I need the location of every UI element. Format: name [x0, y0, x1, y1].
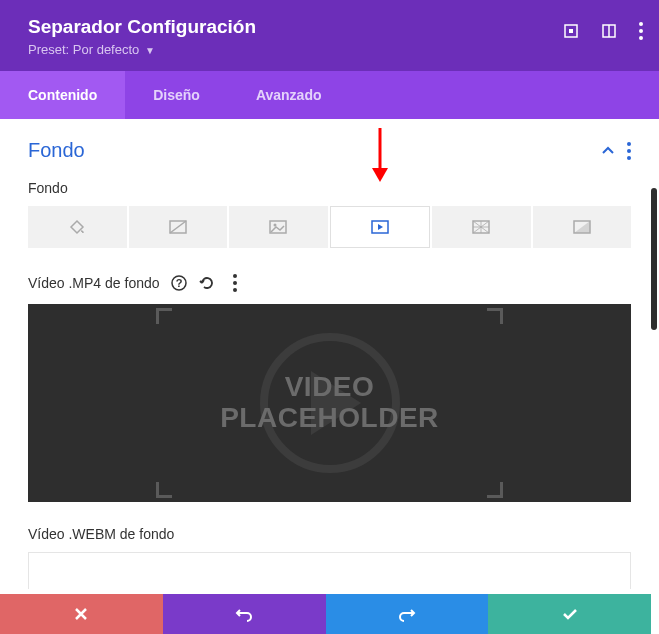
video-webm-input[interactable]: [28, 552, 631, 589]
bracket-tr: [487, 308, 503, 324]
svg-rect-1: [569, 29, 573, 33]
placeholder-line2: PLACEHOLDER: [220, 403, 439, 434]
bg-tab-image[interactable]: [229, 206, 328, 248]
placeholder-line1: VIDEO: [220, 372, 439, 403]
image-icon: [269, 220, 287, 234]
video-preview[interactable]: VIDEO PLACEHOLDER: [28, 304, 631, 502]
svg-point-7: [274, 224, 277, 227]
mask-icon: [573, 220, 591, 234]
reset-button[interactable]: [196, 272, 218, 294]
dots-icon: [233, 274, 237, 292]
bracket-tl: [156, 308, 172, 324]
caret-down-icon: ▼: [145, 45, 155, 56]
section-menu-icon[interactable]: [627, 142, 631, 160]
footer-actions: [0, 594, 651, 634]
tab-content[interactable]: Contenido: [0, 71, 125, 119]
main-tabs: Contenido Diseño Avanzado: [0, 71, 659, 119]
reset-icon: [199, 275, 215, 291]
collapse-icon[interactable]: [601, 144, 615, 158]
content-panel: Fondo Fondo Vídeo .MP4 de fondo: [0, 119, 659, 589]
kebab-menu-icon[interactable]: [639, 22, 643, 40]
preset-selector[interactable]: Preset: Por defecto ▼: [28, 42, 631, 57]
help-icon: ?: [171, 275, 187, 291]
video-icon: [371, 220, 389, 234]
section-title: Fondo: [28, 139, 85, 162]
video-mp4-label: Vídeo .MP4 de fondo: [28, 275, 160, 291]
pattern-icon: [472, 220, 490, 234]
video-webm-label: Vídeo .WEBM de fondo: [28, 526, 631, 542]
tab-design[interactable]: Diseño: [125, 71, 228, 119]
undo-button[interactable]: [163, 594, 326, 634]
confirm-button[interactable]: [488, 594, 651, 634]
option-menu-button[interactable]: [224, 272, 246, 294]
preset-value: Por defecto: [73, 42, 140, 57]
cancel-button[interactable]: [0, 594, 163, 634]
redo-button[interactable]: [326, 594, 489, 634]
modal-title: Separador Configuración: [28, 16, 631, 38]
undo-icon: [235, 605, 253, 623]
bracket-bl: [156, 482, 172, 498]
bg-tab-pattern[interactable]: [432, 206, 531, 248]
scrollbar[interactable]: [651, 188, 657, 330]
svg-text:?: ?: [175, 277, 182, 289]
bg-tab-mask[interactable]: [533, 206, 632, 248]
close-icon: [73, 606, 89, 622]
bracket-br: [487, 482, 503, 498]
background-type-tabs: [28, 206, 631, 248]
redo-icon: [398, 605, 416, 623]
modal-header: Separador Configuración Preset: Por defe…: [0, 0, 659, 71]
snap-icon[interactable]: [563, 23, 579, 39]
gradient-icon: [169, 220, 187, 234]
preset-prefix: Preset:: [28, 42, 69, 57]
background-label: Fondo: [28, 180, 631, 196]
paint-icon: [68, 218, 86, 236]
bg-tab-color[interactable]: [28, 206, 127, 248]
help-button[interactable]: ?: [168, 272, 190, 294]
bg-tab-video[interactable]: [330, 206, 431, 248]
video-placeholder-text: VIDEO PLACEHOLDER: [220, 372, 439, 434]
bg-tab-gradient[interactable]: [129, 206, 228, 248]
check-icon: [561, 605, 579, 623]
expand-icon[interactable]: [601, 23, 617, 39]
tab-advanced[interactable]: Avanzado: [228, 71, 350, 119]
